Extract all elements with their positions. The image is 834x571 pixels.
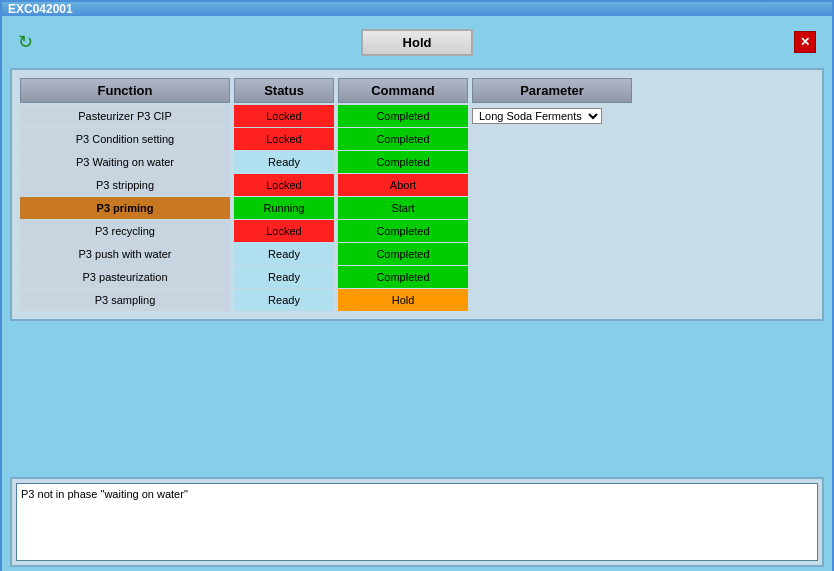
toolbar: ↻ Hold ✕	[10, 24, 824, 60]
command-rows: CompletedCompletedCompletedAbortStartCom…	[338, 105, 468, 311]
function-header: Function	[20, 78, 230, 103]
window-title: EXC042001	[8, 2, 73, 16]
status-column: Status LockedLockedReadyLockedRunningLoc…	[234, 78, 334, 311]
command-cell: Hold	[338, 289, 468, 311]
command-column: Command CompletedCompletedCompletedAbort…	[338, 78, 468, 311]
status-cell: Running	[234, 197, 334, 219]
function-rows: Pasteurizer P3 CIPP3 Condition settingP3…	[20, 105, 230, 311]
content-area: ↻ Hold ✕ Function Pasteurizer P3 CIPP3 C…	[2, 16, 832, 571]
main-panel: Function Pasteurizer P3 CIPP3 Condition …	[10, 68, 824, 321]
main-window: EXC042001 ↻ Hold ✕ Function Pasteurizer …	[0, 0, 834, 571]
close-button[interactable]: ✕	[794, 31, 816, 53]
command-cell: Completed	[338, 151, 468, 173]
status-cell: Locked	[234, 220, 334, 242]
parameter-header: Parameter	[472, 78, 632, 103]
table-row: Pasteurizer P3 CIP	[20, 105, 230, 127]
command-cell: Completed	[338, 128, 468, 150]
parameter-rows: Long Soda Ferments	[472, 105, 632, 127]
status-rows: LockedLockedReadyLockedRunningLockedRead…	[234, 105, 334, 311]
function-column: Function Pasteurizer P3 CIPP3 Condition …	[20, 78, 230, 311]
command-cell: Completed	[338, 220, 468, 242]
table-container: Function Pasteurizer P3 CIPP3 Condition …	[20, 78, 814, 311]
status-cell: Locked	[234, 174, 334, 196]
table-row: P3 recycling	[20, 220, 230, 242]
status-cell: Ready	[234, 151, 334, 173]
command-cell: Start	[338, 197, 468, 219]
message-box: P3 not in phase "waiting on water"	[16, 483, 818, 561]
status-cell: Ready	[234, 266, 334, 288]
status-cell: Ready	[234, 289, 334, 311]
hold-button[interactable]: Hold	[361, 29, 474, 56]
title-bar: EXC042001	[2, 2, 832, 16]
table-row: P3 priming	[20, 197, 230, 219]
table-row: P3 Waiting on water	[20, 151, 230, 173]
refresh-button[interactable]: ↻	[18, 31, 33, 53]
command-cell: Completed	[338, 243, 468, 265]
spacer	[10, 329, 824, 469]
command-cell: Completed	[338, 266, 468, 288]
table-row: P3 push with water	[20, 243, 230, 265]
command-header: Command	[338, 78, 468, 103]
table-row: P3 stripping	[20, 174, 230, 196]
parameter-column: Parameter Long Soda Ferments	[472, 78, 632, 311]
table-row: P3 sampling	[20, 289, 230, 311]
table-row: P3 pasteurization	[20, 266, 230, 288]
status-cell: Locked	[234, 105, 334, 127]
command-cell: Abort	[338, 174, 468, 196]
status-cell: Locked	[234, 128, 334, 150]
message-text: P3 not in phase "waiting on water"	[21, 488, 188, 500]
status-header: Status	[234, 78, 334, 103]
message-panel: P3 not in phase "waiting on water"	[10, 477, 824, 567]
command-cell: Completed	[338, 105, 468, 127]
parameter-select[interactable]: Long Soda Ferments	[472, 108, 602, 124]
status-cell: Ready	[234, 243, 334, 265]
table-row: P3 Condition setting	[20, 128, 230, 150]
